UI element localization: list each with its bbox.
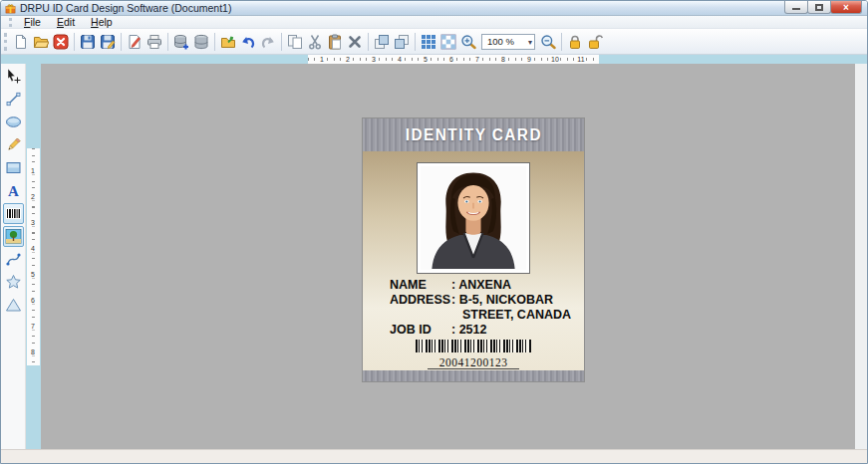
app-window: DRPU ID Card Design Software (Document1)… xyxy=(0,0,868,464)
tool-line[interactable] xyxy=(3,89,24,110)
menu-item-edit[interactable]: Edit xyxy=(49,16,83,28)
show-grid-icon xyxy=(421,34,436,50)
add-database-button[interactable] xyxy=(171,31,191,53)
toolbar-drag-handle[interactable] xyxy=(4,33,7,51)
field-value: : 2512 xyxy=(451,323,486,338)
hruler-number: 11 xyxy=(576,55,585,64)
card-barcode-block[interactable]: 20041200123 xyxy=(363,340,584,370)
zoom-in-button[interactable] xyxy=(458,31,478,53)
save-button[interactable] xyxy=(78,31,98,53)
show-grid-button[interactable] xyxy=(419,31,438,53)
field-value: : ANXENA xyxy=(451,278,511,293)
close-document-button[interactable] xyxy=(51,31,71,53)
toolbar-separator xyxy=(74,33,75,51)
card-header-band[interactable]: IDENTITY CARD xyxy=(363,118,584,151)
id-card[interactable]: IDENTITY CARD xyxy=(363,118,584,381)
barcode-graphic xyxy=(416,340,531,352)
redo-button[interactable] xyxy=(258,31,278,53)
send-to-back-button[interactable] xyxy=(392,31,412,53)
toolbar-buttons: 100 %▾ xyxy=(11,31,605,53)
hruler-number: 6 xyxy=(448,55,454,64)
cut-button[interactable] xyxy=(305,31,325,53)
window-title: DRPU ID Card Design Software (Document1) xyxy=(20,2,231,14)
cut-icon xyxy=(307,34,323,50)
toolbar-separator xyxy=(368,33,369,51)
title-bar: DRPU ID Card Design Software (Document1)… xyxy=(1,1,867,16)
tool-curve[interactable] xyxy=(3,249,24,270)
page-setup-icon xyxy=(127,34,143,50)
hruler-number: 1 xyxy=(319,55,325,64)
zoom-level-combo[interactable]: 100 %▾ xyxy=(481,34,535,50)
zoom-in-icon xyxy=(460,34,476,50)
new-document-button[interactable] xyxy=(11,31,31,53)
tool-rectangle[interactable] xyxy=(3,157,24,178)
toolbar: 100 %▾ xyxy=(1,29,867,55)
card-photo[interactable] xyxy=(418,163,529,273)
close-document-icon xyxy=(53,34,69,50)
minimize-button[interactable] xyxy=(784,1,808,14)
unlock-icon xyxy=(587,34,603,50)
export-button[interactable] xyxy=(218,31,238,53)
send-to-back-icon xyxy=(394,34,410,50)
card-title: IDENTITY CARD xyxy=(405,126,541,144)
toolbar-separator xyxy=(281,33,282,51)
toolbar-separator xyxy=(415,33,416,51)
card-body: NAME: ANXENAADDRESS: B-5, NICKOBARSTREET… xyxy=(363,151,584,381)
hruler-number: 3 xyxy=(371,55,377,64)
triangle-tool-icon xyxy=(5,297,22,314)
card-field-row: ADDRESS: B-5, NICKOBAR xyxy=(390,293,584,308)
lock-button[interactable] xyxy=(565,31,585,53)
save-as-button[interactable] xyxy=(98,31,118,53)
snap-to-grid-icon xyxy=(440,34,456,50)
card-footer-band[interactable] xyxy=(363,370,584,381)
tool-text[interactable]: A xyxy=(3,180,24,201)
tool-star[interactable] xyxy=(3,272,24,293)
field-label: JOB ID xyxy=(390,323,451,338)
zoom-level-value: 100 % xyxy=(487,36,514,47)
open-file-icon xyxy=(33,34,49,50)
window-controls: × xyxy=(785,1,862,14)
curve-tool-icon xyxy=(5,251,22,268)
print-button[interactable] xyxy=(145,31,164,53)
minimize-icon xyxy=(792,8,800,10)
paste-button[interactable] xyxy=(325,31,345,53)
tool-select[interactable] xyxy=(3,66,24,87)
menubar-drag-handle[interactable] xyxy=(9,18,12,27)
copy-button[interactable] xyxy=(285,31,305,53)
tool-barcode[interactable] xyxy=(3,203,24,224)
undo-button[interactable] xyxy=(238,31,258,53)
unlock-button[interactable] xyxy=(585,31,605,53)
bring-to-front-icon xyxy=(374,34,390,50)
snap-to-grid-button[interactable] xyxy=(438,31,458,53)
open-file-button[interactable] xyxy=(31,31,51,53)
close-button[interactable]: × xyxy=(830,1,862,14)
maximize-button[interactable] xyxy=(807,1,831,14)
save-icon xyxy=(80,34,96,50)
field-label: NAME xyxy=(390,278,451,293)
barcode-tool-icon xyxy=(5,205,22,222)
vruler-number: 2 xyxy=(31,192,35,201)
line-tool-icon xyxy=(5,91,22,108)
delete-button[interactable] xyxy=(345,31,365,53)
menu-bar: FileEditHelp xyxy=(1,16,867,29)
design-canvas[interactable]: IDENTITY CARD xyxy=(41,64,855,449)
tool-image[interactable] xyxy=(3,226,24,247)
menu-item-help[interactable]: Help xyxy=(83,16,121,28)
right-gutter xyxy=(855,64,867,449)
bring-to-front-button[interactable] xyxy=(372,31,392,53)
menu-item-file[interactable]: File xyxy=(16,16,49,28)
toolbar-separator xyxy=(561,33,562,51)
tool-triangle[interactable] xyxy=(3,295,24,316)
database-button[interactable] xyxy=(191,31,211,53)
combo-dropdown-arrow[interactable]: ▾ xyxy=(528,36,532,49)
page-setup-button[interactable] xyxy=(125,31,145,53)
tool-ellipse[interactable] xyxy=(3,112,24,132)
card-fields[interactable]: NAME: ANXENAADDRESS: B-5, NICKOBARSTREET… xyxy=(390,278,584,338)
pencil-tool-icon xyxy=(5,136,22,153)
hruler-number: 8 xyxy=(500,55,506,64)
zoom-out-button[interactable] xyxy=(538,31,558,53)
vruler-number: 7 xyxy=(31,322,35,331)
ellipse-tool-icon xyxy=(5,114,22,130)
toolbar-separator xyxy=(167,33,168,51)
tool-pencil[interactable] xyxy=(3,134,24,155)
